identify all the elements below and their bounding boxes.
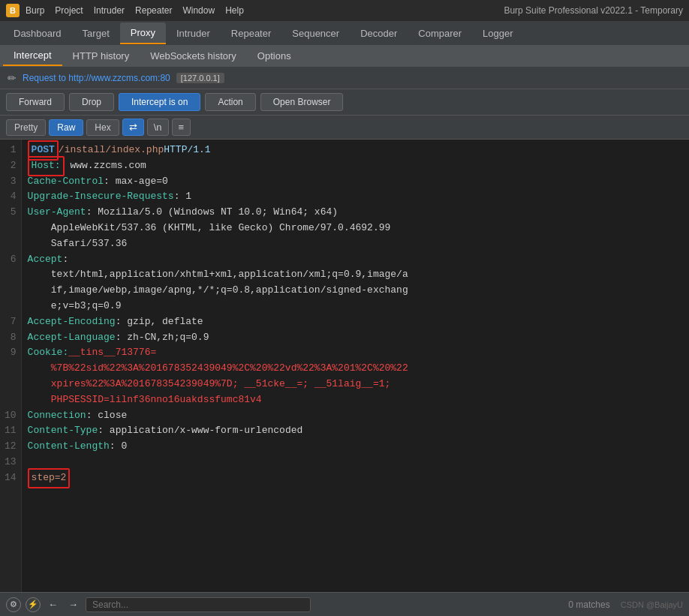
top-nav-tab-dashboard[interactable]: Dashboard: [3, 23, 72, 44]
watermark: CSDN @BaijayU: [621, 600, 683, 609]
raw-button[interactable]: Raw: [49, 119, 83, 136]
top-nav-tab-repeater[interactable]: Repeater: [221, 23, 281, 44]
line-numbers: 1234567891011121314: [0, 140, 22, 592]
main-content: ✏ Request to http://www.zzcms.com:80 [12…: [0, 68, 689, 616]
code-line: step=2: [28, 470, 683, 486]
line-number: [5, 377, 17, 392]
menu-bar[interactable]: BurpProjectIntruderRepeaterWindowHelp: [26, 5, 244, 16]
code-line: PHPSESSID=lilnf36nno16uakdssfumc81v4: [28, 392, 683, 408]
forward-button[interactable]: Forward: [6, 93, 65, 111]
drop-button[interactable]: Drop: [69, 93, 114, 111]
sub-nav-tab-http-history[interactable]: HTTP history: [62, 47, 140, 65]
sub-nav-tab-intercept[interactable]: Intercept: [3, 46, 62, 66]
code-line: Connection: close: [28, 408, 683, 424]
line-number: 12: [5, 439, 17, 455]
code-line: Cookie: __tins__713776=: [28, 345, 683, 361]
intercept-toolbar: Forward Drop Intercept is on Action Open…: [0, 89, 689, 116]
app-title: Burp Suite Professional v2022.1 - Tempor…: [504, 5, 683, 16]
code-line: Upgrade-Insecure-Requests: 1: [28, 189, 683, 205]
line-number: 9: [5, 345, 17, 361]
code-line: Content-Type: application/x-www-form-url…: [28, 423, 683, 439]
top-nav-tab-comparer[interactable]: Comparer: [408, 23, 472, 44]
code-line: POST /install/index.php HTTP/1.1: [28, 143, 683, 158]
code-line: e;v=b3;q=0.9: [28, 299, 683, 314]
line-number: [5, 221, 17, 236]
top-nav-tab-logger[interactable]: Logger: [472, 23, 523, 44]
request-info-bar: ✏ Request to http://www.zzcms.com:80 [12…: [0, 68, 689, 89]
open-browser-button[interactable]: Open Browser: [260, 93, 344, 111]
search-input[interactable]: [86, 597, 311, 612]
line-number: [5, 236, 17, 252]
newline-icon-button[interactable]: \n: [147, 119, 169, 136]
code-line: if,image/webp,image/apng,*/*;q=0.8,appli…: [28, 283, 683, 299]
code-content[interactable]: POST /install/index.php HTTP/1.1Host: ww…: [22, 140, 689, 592]
line-number: 5: [5, 205, 17, 221]
top-nav-tab-target[interactable]: Target: [72, 23, 120, 44]
line-number: 13: [5, 455, 17, 470]
bug-icon[interactable]: ⚡: [26, 597, 41, 612]
line-number: 7: [5, 314, 17, 330]
line-number: 2: [5, 158, 17, 174]
sub-nav: InterceptHTTP historyWebSockets historyO…: [0, 45, 689, 68]
line-number: [5, 392, 17, 408]
sub-nav-tab-websockets-history[interactable]: WebSockets history: [140, 47, 247, 65]
hex-button[interactable]: Hex: [86, 119, 119, 136]
request-url: Request to http://www.zzcms.com:80: [23, 73, 170, 83]
forward-arrow[interactable]: →: [65, 597, 81, 611]
top-nav: DashboardTargetProxyIntruderRepeaterSequ…: [0, 21, 689, 45]
sub-nav-tab-options[interactable]: Options: [247, 47, 302, 65]
menu-item-help[interactable]: Help: [225, 5, 244, 16]
top-nav-tab-proxy[interactable]: Proxy: [120, 23, 166, 44]
code-line: Host: www.zzcms.com: [28, 158, 683, 174]
editor-toolbar: Pretty Raw Hex ⇄ \n ≡: [0, 116, 689, 140]
line-number: 3: [5, 174, 17, 190]
line-number: 8: [5, 330, 17, 346]
line-number: 4: [5, 189, 17, 205]
back-arrow[interactable]: ←: [45, 597, 61, 611]
code-line: Content-Length: 0: [28, 439, 683, 455]
line-number: 11: [5, 423, 17, 439]
title-bar: B BurpProjectIntruderRepeaterWindowHelp …: [0, 0, 689, 21]
ip-badge: [127.0.0.1]: [176, 73, 224, 83]
code-line: Accept-Encoding: gzip, deflate: [28, 314, 683, 330]
code-line: xpires%22%3A%201678354239049%7D; __51cke…: [28, 377, 683, 392]
menu-item-intruder[interactable]: Intruder: [94, 5, 125, 16]
code-line: Cache-Control: max-age=0: [28, 174, 683, 190]
settings-icon[interactable]: ⚙: [6, 597, 21, 612]
matches-text: 0 matches: [568, 599, 609, 610]
menu-item-project[interactable]: Project: [55, 5, 83, 16]
code-line: Accept:: [28, 252, 683, 268]
code-line: [28, 455, 683, 470]
top-nav-tab-intruder[interactable]: Intruder: [166, 23, 221, 44]
code-line: AppleWebKit/537.36 (KHTML, like Gecko) C…: [28, 221, 683, 236]
menu-icon-button[interactable]: ≡: [172, 119, 191, 136]
code-line: text/html,application/xhtml+xml,applicat…: [28, 267, 683, 283]
line-number: [5, 267, 17, 283]
wrap-icon-button[interactable]: ⇄: [122, 119, 144, 136]
code-editor[interactable]: 1234567891011121314 POST /install/index.…: [0, 140, 689, 592]
action-button[interactable]: Action: [205, 93, 255, 111]
line-number: [5, 361, 17, 377]
top-nav-tab-decoder[interactable]: Decoder: [350, 23, 408, 44]
top-nav-tab-sequencer[interactable]: Sequencer: [281, 23, 350, 44]
code-line: Accept-Language: zh-CN,zh;q=0.9: [28, 330, 683, 346]
line-number: 1: [5, 143, 17, 158]
bottom-bar: ⚙ ⚡ ← → 0 matches CSDN @BaijayU: [0, 592, 689, 616]
pretty-button[interactable]: Pretty: [6, 119, 46, 136]
intercept-toggle-button[interactable]: Intercept is on: [119, 93, 200, 111]
menu-item-repeater[interactable]: Repeater: [135, 5, 172, 16]
line-number: 14: [5, 470, 17, 486]
line-number: [5, 299, 17, 314]
code-line: User-Agent: Mozilla/5.0 (Windows NT 10.0…: [28, 205, 683, 221]
menu-item-burp[interactable]: Burp: [26, 5, 44, 16]
line-number: 6: [5, 252, 17, 268]
line-number: [5, 283, 17, 299]
menu-item-window[interactable]: Window: [182, 5, 215, 16]
app-icon: B: [6, 4, 20, 17]
code-line: Safari/537.36: [28, 236, 683, 252]
edit-icon[interactable]: ✏: [8, 72, 17, 84]
code-line: %7B%22sid%22%3A%201678352439049%2C%20%22…: [28, 361, 683, 377]
line-number: 10: [5, 408, 17, 424]
